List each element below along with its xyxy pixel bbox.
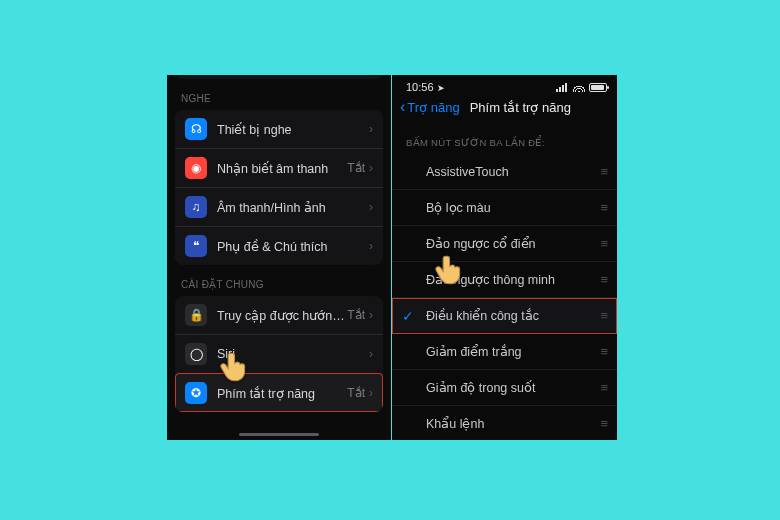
settings-row[interactable]: ◯ Siri › (175, 334, 383, 373)
status-time: 10:56 ➤ (406, 81, 445, 93)
back-chevron-icon[interactable]: ‹ (400, 99, 405, 115)
reorder-grip-icon[interactable]: ≡ (600, 308, 607, 323)
ear-icon: ☊ (185, 118, 207, 140)
chevron-right-icon: › (369, 386, 373, 400)
chevron-right-icon: › (369, 239, 373, 253)
option-label: Điều khiển công tắc (426, 308, 600, 323)
settings-row[interactable]: 🔒 Truy cập được hướng dẫn Tắt› (175, 296, 383, 334)
option-row[interactable]: ✓Điều khiển công tắc≡ (392, 298, 617, 334)
screenshot-pair: ⌨ Bàn phím › NGHE ☊ Thiết bị nghe › ◉ Nh… (167, 75, 617, 440)
home-indicator (239, 433, 319, 436)
option-row[interactable]: Đảo ngược thông minh≡ (392, 262, 617, 298)
chevron-right-icon: › (369, 347, 373, 361)
reorder-grip-icon[interactable]: ≡ (600, 164, 607, 179)
row-value: Tắt (347, 386, 365, 400)
checkmark-icon: ✓ (402, 308, 414, 324)
section-header-general: CÀI ĐẶT CHUNG (167, 265, 391, 296)
siri-icon: ◯ (185, 343, 207, 365)
audio-visual-icon: ♫ (185, 196, 207, 218)
reorder-grip-icon[interactable]: ≡ (600, 200, 607, 215)
settings-row-accessibility-shortcut[interactable]: ✪ Phím tắt trợ năng Tắt› (175, 373, 383, 412)
reorder-grip-icon[interactable]: ≡ (600, 416, 607, 431)
option-row[interactable]: Bộ lọc màu≡ (392, 190, 617, 226)
option-label: Đảo ngược cổ điển (426, 236, 600, 251)
nav-bar: ‹ Trợ năng Phím tắt trợ năng (392, 95, 617, 123)
wifi-icon (573, 83, 585, 92)
group-general: 🔒 Truy cập được hướng dẫn Tắt› ◯ Siri › … (175, 296, 383, 412)
row-label: Nhận biết âm thanh (217, 161, 347, 176)
reorder-grip-icon[interactable]: ≡ (600, 380, 607, 395)
settings-row[interactable]: ☊ Thiết bị nghe › (175, 110, 383, 148)
option-row[interactable]: Giảm điểm trắng≡ (392, 334, 617, 370)
chevron-right-icon: › (369, 122, 373, 136)
option-label: Bộ lọc màu (426, 200, 600, 215)
option-row[interactable]: Đảo ngược cổ điển≡ (392, 226, 617, 262)
row-label: Phụ đề & Chú thích (217, 239, 369, 254)
row-label: Siri (217, 347, 369, 361)
option-row[interactable]: Khẩu lệnh≡ (392, 406, 617, 440)
left-screenshot: ⌨ Bàn phím › NGHE ☊ Thiết bị nghe › ◉ Nh… (167, 75, 392, 440)
guided-access-icon: 🔒 (185, 304, 207, 326)
settings-row[interactable]: ❝ Phụ đề & Chú thích › (175, 226, 383, 265)
row-label: Âm thanh/Hình ảnh (217, 200, 369, 215)
accessibility-shortcut-icon: ✪ (185, 382, 207, 404)
row-value: Tắt (347, 308, 365, 322)
status-bar: 10:56 ➤ (392, 75, 617, 95)
row-value: Tắt (347, 161, 365, 175)
sound-recog-icon: ◉ (185, 157, 207, 179)
chevron-right-icon: › (369, 161, 373, 175)
reorder-grip-icon[interactable]: ≡ (600, 236, 607, 251)
option-label: Giảm độ trong suốt (426, 380, 600, 395)
chevron-right-icon: › (369, 200, 373, 214)
row-label: Phím tắt trợ năng (217, 386, 347, 401)
chevron-right-icon: › (369, 308, 373, 322)
reorder-grip-icon[interactable]: ≡ (600, 344, 607, 359)
cellular-signal-icon (556, 83, 569, 92)
page-title: Phím tắt trợ năng (470, 100, 571, 115)
row-label: Thiết bị nghe (217, 122, 369, 137)
option-label: Giảm điểm trắng (426, 344, 600, 359)
row-label: Truy cập được hướng dẫn (217, 308, 347, 323)
settings-row[interactable]: ♫ Âm thanh/Hình ảnh › (175, 187, 383, 226)
right-screenshot: 10:56 ➤ ‹ Trợ năng Phím tắt trợ năng BẤM… (392, 75, 617, 440)
back-button[interactable]: Trợ năng (407, 100, 459, 115)
section-header-nghe: NGHE (167, 79, 391, 110)
group-nghe: ☊ Thiết bị nghe › ◉ Nhận biết âm thanh T… (175, 110, 383, 265)
options-list: AssistiveTouch≡Bộ lọc màu≡Đảo ngược cổ đ… (392, 154, 617, 440)
location-arrow-icon: ➤ (437, 83, 445, 93)
section-header-triple-click: BẤM NÚT SƯỜN BA LẦN ĐỂ: (392, 123, 617, 154)
option-label: Đảo ngược thông minh (426, 272, 600, 287)
option-label: Khẩu lệnh (426, 416, 600, 431)
captions-icon: ❝ (185, 235, 207, 257)
option-row[interactable]: Giảm độ trong suốt≡ (392, 370, 617, 406)
battery-icon (589, 83, 607, 92)
option-label: AssistiveTouch (426, 165, 600, 179)
settings-row[interactable]: ◉ Nhận biết âm thanh Tắt› (175, 148, 383, 187)
option-row[interactable]: AssistiveTouch≡ (392, 154, 617, 190)
reorder-grip-icon[interactable]: ≡ (600, 272, 607, 287)
